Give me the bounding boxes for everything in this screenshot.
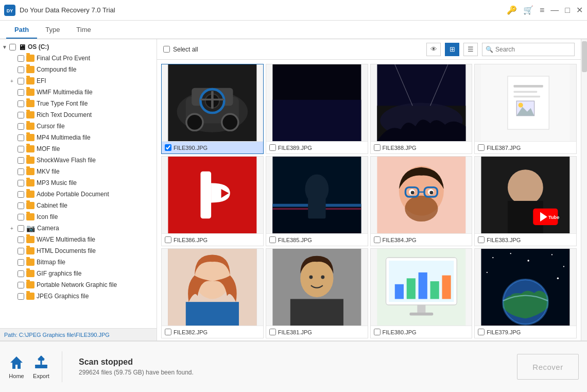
grid-item[interactable]: FILE390.JPG — [161, 64, 264, 154]
search-input[interactable] — [495, 46, 573, 53]
tree-item[interactable]: GIF graphics file — [0, 268, 157, 279]
file-checkbox[interactable] — [269, 329, 276, 335]
item-checkbox[interactable] — [18, 282, 24, 288]
grid-item[interactable]: FILE387.JPG — [474, 64, 577, 154]
grid-item[interactable]: FILE388.JPG — [370, 64, 473, 154]
tree-item[interactable]: Cabinet file — [0, 200, 157, 211]
item-checkbox[interactable] — [18, 191, 24, 198]
item-checkbox[interactable] — [18, 168, 24, 175]
item-checkbox[interactable] — [18, 112, 24, 118]
file-checkbox[interactable] — [269, 144, 276, 151]
key-icon[interactable]: 🔑 — [507, 5, 517, 15]
folder-icon — [26, 134, 34, 141]
tree-item[interactable]: MP3 Music file — [0, 177, 157, 189]
item-checkbox[interactable] — [18, 134, 24, 141]
grid-item[interactable]: FILE380.JPG — [370, 248, 473, 338]
tree-item[interactable]: Compound file — [0, 64, 157, 75]
tree-item[interactable]: +EFI — [0, 75, 157, 87]
tab-path[interactable]: Path — [6, 22, 37, 39]
grid-item[interactable]: FILE386.JPG — [161, 156, 264, 246]
folder-icon — [26, 179, 34, 186]
tree-item[interactable]: Portable Network Graphic file — [0, 279, 157, 291]
tree-item[interactable]: JPEG Graphics file — [0, 291, 157, 302]
thumbnail — [475, 64, 576, 141]
tree-item[interactable]: +📷Camera — [0, 223, 157, 234]
close-button[interactable]: ✕ — [576, 5, 583, 15]
tree-item[interactable]: Final Cut Pro Event — [0, 53, 157, 64]
grid-item[interactable]: Tube FILE383.JPG — [474, 156, 577, 246]
view-list-button[interactable]: ☰ — [463, 43, 478, 56]
item-checkbox[interactable] — [18, 293, 24, 300]
file-checkbox[interactable] — [374, 329, 381, 335]
file-checkbox[interactable] — [374, 236, 381, 243]
grid-item[interactable]: FILE382.JPG — [161, 248, 264, 338]
item-checkbox[interactable] — [18, 89, 24, 96]
file-checkbox[interactable] — [478, 236, 485, 243]
item-checkbox[interactable] — [18, 236, 24, 243]
item-checkbox[interactable] — [18, 78, 24, 84]
item-checkbox[interactable] — [18, 202, 24, 209]
file-checkbox[interactable] — [478, 144, 485, 151]
file-checkbox[interactable] — [165, 144, 171, 151]
tree-item[interactable]: Adobe Portable Document — [0, 189, 157, 200]
view-grid-button[interactable]: ⊞ — [445, 43, 459, 56]
status-text: Scan stopped 299624 files (59.75 GB) hav… — [75, 357, 509, 376]
folder-icon — [26, 145, 34, 152]
item-checkbox[interactable] — [18, 180, 24, 186]
minimize-button[interactable]: — — [550, 6, 559, 15]
item-checkbox[interactable] — [18, 248, 24, 254]
grid-item[interactable]: FILE389.JPG — [266, 64, 368, 154]
right-scrollbar[interactable] — [581, 39, 587, 340]
item-checkbox[interactable] — [18, 146, 24, 152]
right-toolbar: Select all 👁 ⊞ ☰ 🔍 — [157, 39, 581, 60]
item-checkbox[interactable] — [18, 100, 24, 107]
tree-item[interactable]: Cursor file — [0, 121, 157, 132]
tree-item[interactable]: Bitmap file — [0, 257, 157, 268]
root-checkbox[interactable] — [9, 44, 16, 50]
tree-item[interactable]: MOF file — [0, 143, 157, 155]
file-tree[interactable]: ▼ 🖥 OS (C:) Final Cut Pro EventCompound … — [0, 39, 157, 328]
tree-item[interactable]: HTML Documents file — [0, 245, 157, 257]
grid-item[interactable]: FILE384.JPG — [370, 156, 473, 246]
tree-item[interactable]: Rich Text Document — [0, 109, 157, 121]
grid-item[interactable]: FILE385.JPG — [266, 156, 368, 246]
tree-item-label: True Type Font file — [37, 100, 88, 107]
item-checkbox[interactable] — [18, 259, 24, 266]
tree-item[interactable]: MKV file — [0, 166, 157, 177]
tree-item[interactable]: WMF Multimedia file — [0, 87, 157, 98]
tree-item[interactable]: MP4 Multimedia file — [0, 132, 157, 143]
tab-type[interactable]: Type — [37, 22, 68, 39]
file-checkbox[interactable] — [165, 329, 171, 335]
grid-item[interactable]: FILE379.JPG — [474, 248, 577, 338]
home-button[interactable]: Home — [8, 354, 25, 379]
cart-icon[interactable]: 🛒 — [523, 5, 533, 15]
select-all-checkbox[interactable] — [163, 46, 170, 53]
export-button[interactable]: Export — [33, 354, 49, 379]
tree-item[interactable]: Icon file — [0, 211, 157, 223]
tree-item[interactable]: True Type Font file — [0, 98, 157, 109]
item-checkbox[interactable] — [18, 225, 24, 232]
tree-item[interactable]: WAVE Multimedia file — [0, 234, 157, 245]
item-checkbox[interactable] — [18, 157, 24, 164]
file-checkbox[interactable] — [478, 329, 485, 335]
item-checkbox[interactable] — [18, 66, 24, 73]
grid-item[interactable]: FILE381.JPG — [266, 248, 368, 338]
tab-time[interactable]: Time — [68, 22, 99, 39]
file-checkbox[interactable] — [165, 236, 171, 243]
tree-item[interactable]: ShockWave Flash file — [0, 155, 157, 166]
item-checkbox[interactable] — [18, 123, 24, 130]
tree-item-label: MKV file — [37, 168, 60, 175]
thumbnail — [162, 249, 263, 326]
tree-root[interactable]: ▼ 🖥 OS (C:) — [0, 41, 157, 53]
menu-icon[interactable]: ≡ — [540, 6, 544, 15]
item-checkbox[interactable] — [18, 270, 24, 277]
file-checkbox[interactable] — [269, 236, 276, 243]
item-checkbox[interactable] — [18, 55, 24, 62]
maximize-button[interactable]: □ — [565, 6, 570, 15]
item-checkbox[interactable] — [18, 214, 24, 220]
file-checkbox[interactable] — [374, 144, 381, 151]
svg-point-74 — [528, 260, 529, 261]
recover-button[interactable]: Recover — [517, 354, 579, 380]
title-bar: DY Do Your Data Recovery 7.0 Trial 🔑 🛒 ≡… — [0, 0, 587, 21]
view-eye-button[interactable]: 👁 — [426, 43, 441, 56]
